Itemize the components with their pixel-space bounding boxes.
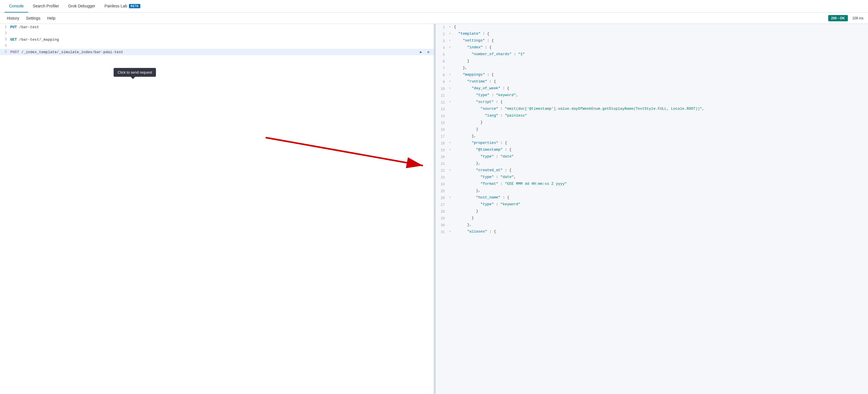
response-line-24: 24 "format" : "EEE MMM dd HH:mm:ss Z yyy… <box>436 181 868 188</box>
line-num-4: 4 <box>0 44 9 48</box>
line-content-3: GET /bar-test/_mapping <box>9 37 434 42</box>
response-line-7: 7 }, <box>436 65 868 72</box>
response-line-14: 14 "lang" : "painless" <box>436 113 868 119</box>
response-line-31: 31 ▾ "aliases" : { <box>436 229 868 235</box>
panel-divider[interactable]: ⋮ <box>434 24 436 394</box>
status-badge: 200 - OK <box>828 15 848 21</box>
response-line-23: 23 "type" : "date", <box>436 174 868 181</box>
response-line-15: 15 } <box>436 119 868 126</box>
response-line-6: 6 } <box>436 58 868 65</box>
tab-search-profiler[interactable]: Search Profiler <box>28 0 64 12</box>
run-button[interactable]: ▶ <box>418 49 424 55</box>
editor-panel[interactable]: 1 PUT /bar-test 2 3 GET /bar-test/_mappi… <box>0 24 434 394</box>
response-line-27: 27 "type" : "keyword" <box>436 201 868 208</box>
response-line-21: 21 }, <box>436 160 868 167</box>
response-line-2: 2 ▾ "template" : { <box>436 31 868 37</box>
time-badge: 108 ms <box>852 16 864 20</box>
tab-painless-lab[interactable]: Painless Lab BETA <box>100 0 145 12</box>
response-line-29: 29 } <box>436 215 868 222</box>
response-line-26: 26 ▾ "host_name" : { <box>436 194 868 201</box>
tab-grok-debugger[interactable]: Grok Debugger <box>64 0 100 12</box>
line-actions-5: ▶ ⚙ <box>418 49 434 55</box>
response-line-10: 10 ▾ "day_of_week" : { <box>436 85 868 92</box>
top-nav: Console Search Profiler Grok Debugger Pa… <box>0 0 868 12</box>
editor-line-5: 5 POST /_index_template/_simulate_index/… <box>0 49 434 55</box>
response-line-5: 5 "number_of_shards" : "1" <box>436 51 868 58</box>
beta-badge: BETA <box>129 4 140 8</box>
response-line-28: 28 } <box>436 208 868 215</box>
secondary-toolbar: History Settings Help 200 - OK 108 ms <box>0 12 868 24</box>
response-line-8: 8 ▾ "mappings" : { <box>436 72 868 79</box>
history-button[interactable]: History <box>4 15 22 22</box>
response-line-20: 20 "type" : "date" <box>436 153 868 160</box>
editor-lines: 1 PUT /bar-test 2 3 GET /bar-test/_mappi… <box>0 24 434 394</box>
tab-console[interactable]: Console <box>4 0 28 12</box>
response-line-25: 25 }, <box>436 188 868 194</box>
help-button[interactable]: Help <box>45 15 58 22</box>
response-line-1: 1 ▾ { <box>436 24 868 31</box>
response-line-9: 9 ▾ "runtime" : { <box>436 79 868 85</box>
line-num-1: 1 <box>0 25 9 29</box>
main-content: 1 PUT /bar-test 2 3 GET /bar-test/_mappi… <box>0 24 868 394</box>
response-line-3: 3 ▾ "settings" : { <box>436 37 868 44</box>
editor-line-3: 3 GET /bar-test/_mapping <box>0 36 434 43</box>
line-num-5: 5 <box>0 50 9 54</box>
response-line-12: 12 ▾ "script" : { <box>436 99 868 106</box>
response-line-17: 17 }, <box>436 133 868 140</box>
response-lines: 1 ▾ { 2 ▾ "template" : { 3 ▾ "settings" … <box>436 24 868 235</box>
response-line-22: 22 ▾ "created_at" : { <box>436 167 868 174</box>
response-line-18: 18 ▾ "properties" : { <box>436 140 868 147</box>
response-panel[interactable]: 1 ▾ { 2 ▾ "template" : { 3 ▾ "settings" … <box>436 24 868 394</box>
response-line-30: 30 }, <box>436 222 868 229</box>
editor-line-2: 2 <box>0 30 434 36</box>
response-line-16: 16 } <box>436 126 868 133</box>
editor-line-1: 1 PUT /bar-test <box>0 24 434 30</box>
editor-line-4: 4 <box>0 43 434 49</box>
line-content-5: POST /_index_template/_simulate_index/ba… <box>9 50 418 54</box>
line-num-3: 3 <box>0 37 9 41</box>
response-line-4: 4 ▾ "index" : { <box>436 44 868 51</box>
response-line-11: 11 "type" : "keyword", <box>436 92 868 99</box>
response-line-19: 19 ▾ "@timestamp" : { <box>436 147 868 153</box>
wrench-button[interactable]: ⚙ <box>425 49 431 55</box>
response-line-13: 13 "source" : "emit(doc['@timestamp'].va… <box>436 106 868 113</box>
settings-button[interactable]: Settings <box>24 15 43 22</box>
line-content-1: PUT /bar-test <box>9 25 434 29</box>
line-num-2: 2 <box>0 31 9 35</box>
